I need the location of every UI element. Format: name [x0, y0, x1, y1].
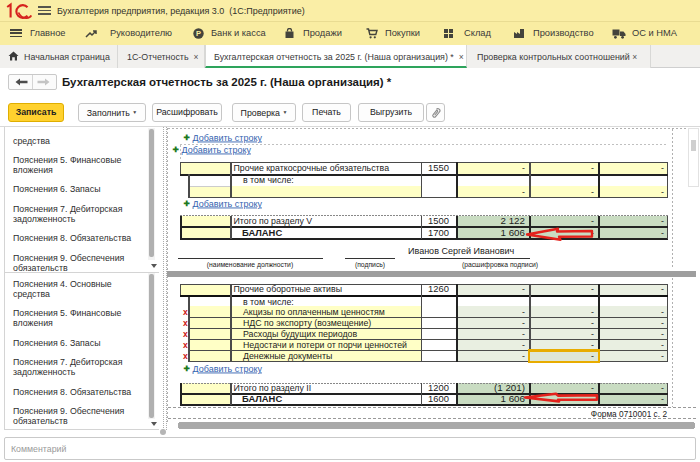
svg-text:Добавить строку: Добавить строку [182, 145, 252, 155]
svg-text:Форма 0710001 с. 2: Форма 0710001 с. 2 [591, 409, 668, 419]
svg-text:x: x [183, 329, 188, 339]
svg-text:Итого по разделу V: Итого по разделу V [234, 216, 313, 226]
svg-text:НДС по экспорту (возмещение): НДС по экспорту (возмещение) [243, 318, 371, 328]
svg-text:(1 201): (1 201) [494, 382, 525, 393]
svg-text:Добавить строку: Добавить строку [193, 133, 263, 143]
svg-text:-: - [661, 307, 664, 317]
svg-text:(расшифровка подписи): (расшифровка подписи) [462, 261, 538, 269]
svg-text:Иванов Сергей Иванович: Иванов Сергей Иванович [408, 246, 514, 256]
svg-text:2 122: 2 122 [500, 215, 525, 226]
svg-text:✚: ✚ [184, 364, 191, 373]
svg-text:1550: 1550 [428, 162, 449, 173]
svg-text:-: - [661, 318, 664, 328]
svg-text:-: - [522, 307, 525, 317]
svg-text:-: - [522, 187, 525, 197]
svg-text:x: x [183, 307, 188, 317]
svg-text:✚: ✚ [184, 199, 191, 208]
svg-text:Добавить строку: Добавить строку [193, 199, 263, 209]
svg-text:-: - [661, 163, 664, 173]
svg-text:-: - [661, 187, 664, 197]
svg-text:-: - [591, 163, 594, 173]
svg-text:БАЛАНС: БАЛАНС [242, 393, 282, 404]
svg-text:-: - [522, 318, 525, 328]
svg-text:Итого по разделу II: Итого по разделу II [234, 383, 312, 393]
svg-text:-: - [591, 351, 594, 361]
svg-text:-: - [661, 383, 664, 393]
svg-text:-: - [591, 340, 594, 350]
svg-text:БАЛАНС: БАЛАНС [242, 227, 282, 238]
svg-text:-: - [591, 216, 594, 226]
svg-text:Прочие оборотные активы: Прочие оборотные активы [234, 284, 343, 294]
svg-text:Расходы будущих периодов: Расходы будущих периодов [243, 329, 357, 339]
svg-text:-: - [591, 329, 594, 339]
svg-text:-: - [522, 163, 525, 173]
svg-text:в том числе:: в том числе: [243, 297, 294, 307]
svg-text:Прочие краткосрочные обязатель: Прочие краткосрочные обязательства [234, 163, 390, 173]
svg-text:-: - [661, 228, 664, 238]
svg-text:x: x [183, 351, 188, 361]
svg-text:Денежные документы: Денежные документы [243, 351, 332, 361]
svg-text:-: - [591, 383, 594, 393]
svg-text:1600: 1600 [428, 393, 449, 404]
svg-text:x: x [183, 318, 188, 328]
svg-text:✚: ✚ [173, 145, 180, 154]
svg-text:-: - [591, 187, 594, 197]
svg-text:в том числе:: в том числе: [243, 175, 294, 185]
svg-text:x: x [183, 340, 188, 350]
svg-text:✚: ✚ [184, 133, 191, 142]
svg-text:-: - [661, 351, 664, 361]
svg-text:-: - [661, 284, 664, 294]
svg-text:-: - [591, 284, 594, 294]
svg-text:-: - [661, 340, 664, 350]
svg-text:-: - [522, 284, 525, 294]
svg-text:-: - [661, 329, 664, 339]
svg-text:1260: 1260 [428, 283, 449, 294]
svg-text:Акцизы по оплаченным ценностям: Акцизы по оплаченным ценностям [243, 307, 385, 317]
svg-text:1 606: 1 606 [500, 393, 525, 404]
svg-text:1700: 1700 [428, 227, 449, 238]
svg-text:(наименование должности): (наименование должности) [207, 261, 293, 269]
svg-text:1 606: 1 606 [500, 227, 525, 238]
svg-text:-: - [522, 351, 525, 361]
svg-text:-: - [591, 318, 594, 328]
svg-text:-: - [661, 216, 664, 226]
svg-text:Добавить строку: Добавить строку [193, 364, 263, 374]
svg-text:1500: 1500 [428, 215, 449, 226]
svg-text:1200: 1200 [428, 382, 449, 393]
svg-text:(подпись): (подпись) [355, 261, 385, 269]
svg-text:-: - [522, 329, 525, 339]
svg-text:-: - [661, 394, 664, 404]
svg-text:-: - [591, 307, 594, 317]
svg-text:-: - [522, 340, 525, 350]
svg-text:Недостачи и потери от порчи це: Недостачи и потери от порчи ценностей [243, 340, 407, 350]
